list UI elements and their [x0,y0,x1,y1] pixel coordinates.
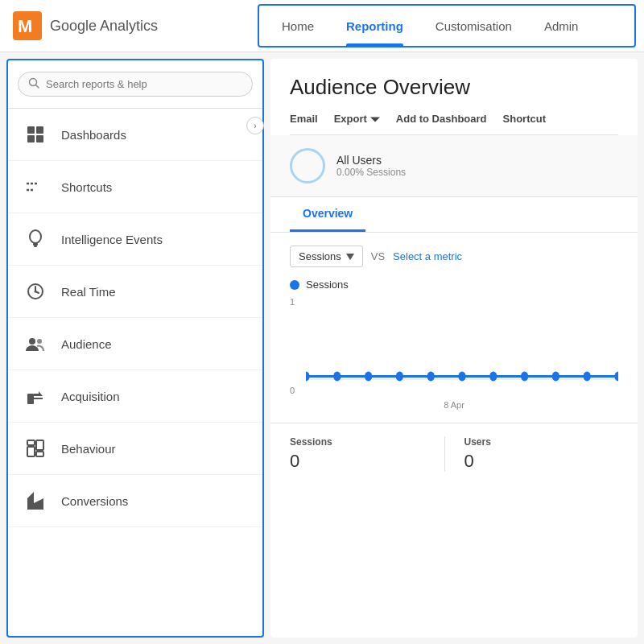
legend-sessions-label: Sessions [306,279,349,291]
sidebar-item-audience[interactable]: Audience [8,318,262,370]
svg-point-18 [37,339,42,344]
sessions-chart [306,297,618,394]
svg-rect-23 [27,447,35,456]
acquisition-icon [24,385,47,407]
shortcuts-label: Shortcuts [61,180,112,194]
content-area: Audience Overview Email Export Add to Da… [270,59,638,638]
tab-area: Overview [270,197,638,233]
y-axis-bottom: 0 [290,386,295,395]
sidebar-item-intelligence[interactable]: Intelligence Events [8,213,262,266]
svg-point-33 [396,371,403,381]
svg-point-39 [584,371,591,381]
sidebar-item-shortcuts[interactable]: Shortcuts [8,161,262,213]
content-header: Audience Overview Email Export Add to Da… [270,59,638,135]
search-box[interactable] [18,72,253,97]
svg-point-34 [427,371,435,381]
audience-label: Audience [61,337,112,351]
svg-marker-20 [34,391,43,396]
action-bar: Email Export Add to Dashboard Shortcut [290,113,618,135]
behaviour-label: Behaviour [61,442,116,456]
svg-point-36 [489,371,497,381]
sidebar-item-acquisition[interactable]: Acquisition [8,370,262,423]
intelligence-label: Intelligence Events [61,233,163,246]
nav-area: Home Reporting Customisation Admin [258,4,636,47]
svg-point-17 [29,338,35,345]
acquisition-label: Acquisition [61,390,120,403]
dashboards-label: Dashboards [61,128,126,142]
tab-overview[interactable]: Overview [290,197,365,232]
svg-point-30 [306,371,310,381]
svg-rect-5 [36,126,43,134]
search-area [8,60,262,109]
sidebar-item-conversions[interactable]: Conversions [8,475,262,527]
svg-rect-11 [33,243,38,246]
svg-rect-22 [27,440,35,445]
header: M Google Analytics Home Reporting Custom… [0,0,644,52]
svg-point-31 [333,371,341,381]
segment-info: All Users 0.00% Sessions [336,154,406,178]
metric-users: Users 0 [464,436,619,472]
chart-legend: Sessions [290,279,618,291]
nav-admin[interactable]: Admin [528,6,595,46]
svg-marker-26 [27,492,43,510]
sidebar-item-realtime[interactable]: Real Time [8,266,262,318]
svg-rect-7 [36,135,43,142]
chart-date-label: 8 Apr [444,400,464,410]
chart-area: Sessions VS Select a metric Sessions 1 0 [270,233,638,423]
svg-point-16 [35,291,37,293]
svg-text:M: M [18,16,32,36]
svg-rect-25 [36,452,43,456]
search-input[interactable] [46,78,242,90]
metric-sessions: Sessions 0 [290,436,445,472]
realtime-label: Real Time [61,285,116,299]
svg-marker-27 [370,117,380,122]
segment-name: All Users [336,154,406,167]
conversions-icon [24,489,47,512]
metric-users-value: 0 [464,451,600,472]
export-button[interactable]: Export [334,113,380,125]
metric-sessions-value: 0 [290,451,425,472]
chart-container: 1 0 [290,297,618,410]
metric-selector: Sessions VS Select a metric [290,246,618,267]
svg-line-3 [36,85,39,89]
sessions-dropdown[interactable]: Sessions [290,246,363,267]
svg-rect-19 [27,394,34,404]
behaviour-icon [24,437,47,460]
metric-sessions-label: Sessions [290,436,425,448]
nav-reporting[interactable]: Reporting [330,6,419,46]
svg-point-38 [552,371,559,381]
svg-point-40 [614,371,618,381]
svg-point-37 [521,371,528,381]
select-metric-link[interactable]: Select a metric [393,250,462,262]
sidebar-collapse-button[interactable]: › [246,117,264,134]
segment-area: All Users 0.00% Sessions [270,135,638,197]
svg-point-35 [458,371,465,381]
segment-circle [290,148,325,184]
svg-rect-24 [36,440,43,450]
conversions-label: Conversions [61,494,128,508]
dashboards-icon [24,123,47,146]
metric-users-label: Users [464,436,600,448]
sidebar-item-dashboards[interactable]: Dashboards [8,109,262,161]
email-button[interactable]: Email [290,113,318,125]
sessions-dot [290,280,299,290]
intelligence-icon [24,228,47,250]
sidebar-item-behaviour[interactable]: Behaviour [8,423,262,475]
nav-customisation[interactable]: Customisation [419,6,528,46]
add-to-dashboard-button[interactable]: Add to Dashboard [396,113,487,125]
audience-icon [24,332,47,355]
metrics-row: Sessions 0 Users 0 [270,423,638,485]
ga-logo-icon: M [13,11,42,40]
nav-menu: Dashboards Shortcuts [8,109,262,636]
page-title: Audience Overview [290,75,618,100]
shortcut-button[interactable]: Shortcut [503,113,546,125]
search-icon [28,77,39,91]
nav-home[interactable]: Home [266,6,330,46]
realtime-icon [24,280,47,303]
logo-text: Google Analytics [50,18,158,35]
logo-area: M Google Analytics [0,11,258,40]
segment-sub: 0.00% Sessions [336,167,406,178]
sidebar: Dashboards Shortcuts [6,59,264,638]
svg-point-10 [30,230,41,243]
svg-rect-12 [34,246,37,247]
